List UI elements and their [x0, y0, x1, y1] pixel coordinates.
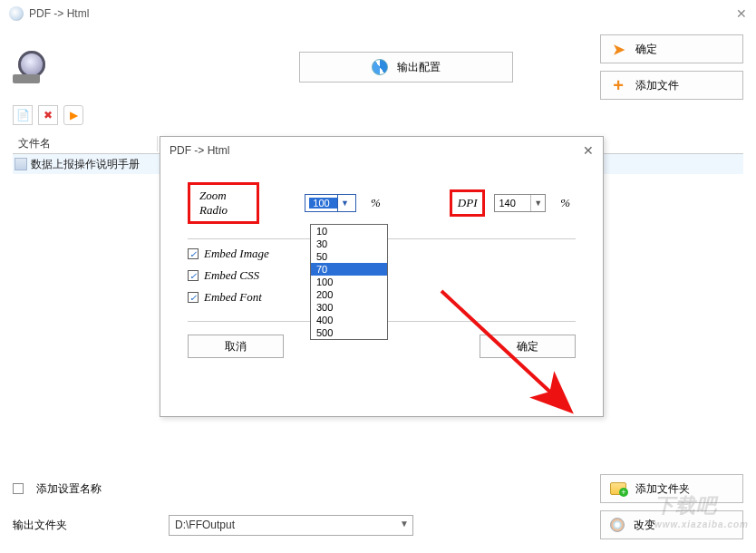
output-folder-label: 输出文件夹	[13, 518, 85, 533]
dialog-ok-button[interactable]: 确定	[480, 335, 576, 358]
watermark: 下载吧 www.xiazaiba.com	[654, 492, 749, 529]
folder-plus-icon: +	[610, 482, 626, 495]
output-config-button[interactable]: 输出配置	[299, 52, 513, 82]
dropdown-option[interactable]: 10	[311, 225, 387, 238]
dpi-value: 140	[499, 198, 515, 209]
dpi-suffix: %	[555, 192, 576, 214]
camera-icon	[13, 49, 53, 85]
dropdown-option[interactable]: 200	[311, 288, 387, 301]
dpi-label: DPI	[450, 189, 486, 217]
ok-label: 确定	[635, 42, 657, 57]
settings-dialog: PDF -> Html ✕ Zoom Radio 100 ▼ % DPI 140…	[160, 136, 604, 417]
zoom-suffix: %	[365, 192, 386, 214]
dropdown-option[interactable]: 300	[311, 301, 387, 314]
add-preset-label: 添加设置名称	[36, 481, 102, 497]
output-config-label: 输出配置	[397, 60, 441, 75]
chevron-down-icon[interactable]: ▼	[337, 195, 352, 211]
checkbox-icon[interactable]	[13, 483, 24, 494]
checkbox-icon[interactable]: ✓	[188, 270, 199, 281]
window-title: PDF -> Html	[29, 7, 89, 20]
change-label: 改变	[634, 518, 655, 533]
dropdown-option[interactable]: 400	[311, 314, 387, 326]
zoom-dropdown-list[interactable]: 10305070100200300400500	[310, 224, 388, 340]
zoom-radio-label: Zoom Radio	[188, 182, 259, 224]
plus-icon: +	[610, 77, 626, 93]
app-icon	[9, 6, 24, 21]
embed-font-label: Embed Font	[204, 290, 262, 305]
checkbox-icon[interactable]: ✓	[188, 292, 199, 303]
page-icon	[15, 158, 27, 170]
dialog-title: PDF -> Html	[170, 144, 229, 157]
dialog-cancel-button[interactable]: 取消	[188, 335, 284, 358]
annotation-arrow	[432, 282, 614, 436]
output-folder-select[interactable]: D:\FFOutput ▼	[169, 515, 413, 536]
chevron-down-icon: ▼	[400, 519, 409, 529]
mini-toolbar: 📄 ✖ ▶	[0, 105, 756, 125]
checkbox-icon[interactable]: ✓	[188, 248, 199, 259]
dropdown-option[interactable]: 100	[311, 276, 387, 288]
tool-play-icon[interactable]: ▶	[63, 105, 83, 125]
close-icon[interactable]: ✕	[736, 8, 747, 19]
tool-file-icon[interactable]: 📄	[13, 105, 33, 125]
dropdown-option[interactable]: 30	[311, 238, 387, 250]
col-filename: 文件名	[13, 136, 158, 151]
dropdown-option[interactable]: 500	[311, 326, 387, 339]
dialog-titlebar: PDF -> Html ✕	[160, 137, 603, 164]
top-toolbar: 输出配置 ➤ 确定 + 添加文件	[0, 27, 756, 103]
swirl-icon	[372, 59, 388, 75]
tool-delete-icon[interactable]: ✖	[38, 105, 58, 125]
file-name-cell: 数据上报操作说明手册	[31, 157, 140, 172]
main-titlebar: PDF -> Html ✕	[0, 0, 756, 27]
chevron-down-icon[interactable]: ▼	[530, 195, 545, 211]
add-file-label: 添加文件	[635, 78, 679, 93]
dialog-close-icon[interactable]: ✕	[583, 143, 594, 158]
embed-image-label: Embed Image	[204, 247, 269, 261]
zoom-combo[interactable]: 100 ▼	[305, 194, 356, 212]
dropdown-option[interactable]: 70	[311, 263, 387, 276]
dropdown-option[interactable]: 50	[311, 250, 387, 263]
add-file-button[interactable]: + 添加文件	[600, 71, 743, 100]
embed-css-label: Embed CSS	[204, 268, 259, 283]
bottom-panel: 添加设置名称 + 添加文件夹 输出文件夹 D:\FFOutput ▼ 改变	[13, 468, 743, 540]
zoom-value: 100	[309, 198, 337, 209]
ok-button[interactable]: ➤ 确定	[600, 34, 743, 63]
arrow-right-icon: ➤	[610, 41, 626, 57]
output-folder-value: D:\FFOutput	[175, 519, 235, 531]
disc-icon	[610, 518, 625, 532]
dpi-combo[interactable]: 140 ▼	[494, 194, 546, 212]
